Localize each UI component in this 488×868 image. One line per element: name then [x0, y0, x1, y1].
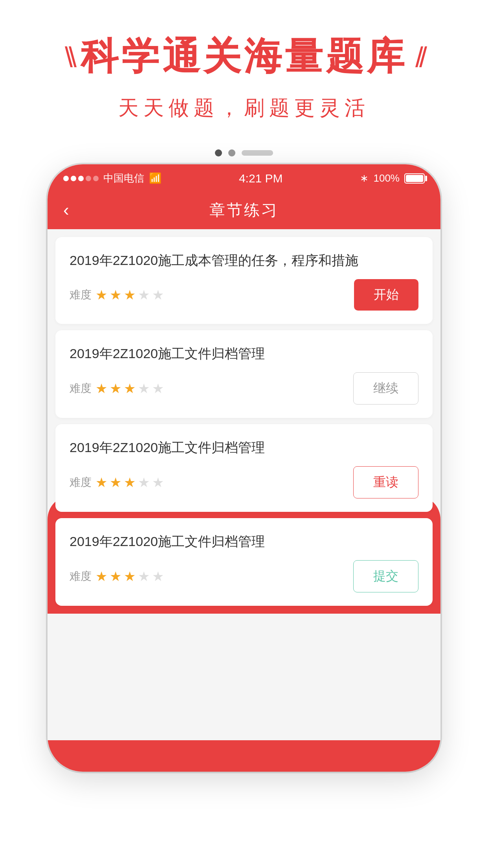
promo-subtitle: 天天做题，刷题更灵活 [24, 94, 464, 122]
slash-right-deco: // [415, 43, 423, 71]
dot-1 [215, 149, 222, 156]
signal-dot-2 [71, 176, 76, 181]
start-button-1[interactable]: 开始 [354, 279, 418, 311]
slash-left-deco: \\ [65, 43, 73, 71]
star-3-3: ★ [124, 474, 136, 490]
content-area: 2019年2Z1020施工成本管理的任务，程序和措施 难度 ★ ★ ★ ★ ★ … [48, 229, 440, 740]
card-2-stars: ★ ★ ★ ★ ★ [95, 381, 164, 396]
submit-button-4[interactable]: 提交 [353, 560, 418, 592]
continue-button-2[interactable]: 继续 [353, 372, 418, 405]
practice-card-1: 2019年2Z1020施工成本管理的任务，程序和措施 难度 ★ ★ ★ ★ ★ … [55, 237, 433, 324]
phone-bottom-red [48, 740, 440, 772]
card-1-stars: ★ ★ ★ ★ ★ [95, 287, 164, 303]
star-1-3: ★ [124, 287, 136, 303]
card-4-difficulty: 难度 ★ ★ ★ ★ ★ [70, 568, 164, 584]
phone-frame: 中国电信 📶 4:21 PM ∗ 100% ‹ 章节练习 [48, 164, 440, 772]
practice-card-3: 2019年2Z1020施工文件归档管理 难度 ★ ★ ★ ★ ★ [55, 424, 433, 512]
battery-fill [406, 175, 423, 182]
battery-percent: 100% [373, 172, 400, 184]
card-4-title: 2019年2Z1020施工文件归档管理 [70, 531, 418, 552]
star-3-4: ★ [138, 474, 150, 490]
signal-dots [63, 176, 99, 181]
dot-line [242, 150, 273, 156]
card-3-footer: 难度 ★ ★ ★ ★ ★ 重读 [70, 466, 418, 498]
difficulty-label-2: 难度 [70, 381, 92, 396]
difficulty-label-3: 难度 [70, 475, 92, 490]
star-2-4: ★ [138, 381, 150, 396]
status-bar: 中国电信 📶 4:21 PM ∗ 100% [48, 164, 440, 191]
battery-box [404, 173, 425, 184]
card-2-difficulty: 难度 ★ ★ ★ ★ ★ [70, 381, 164, 396]
card-1-footer: 难度 ★ ★ ★ ★ ★ 开始 [70, 279, 418, 311]
difficulty-label-4: 难度 [70, 569, 92, 584]
star-1-5: ★ [152, 287, 164, 303]
star-3-5: ★ [152, 474, 164, 490]
star-2-5: ★ [152, 381, 164, 396]
status-left: 中国电信 📶 [63, 171, 161, 185]
star-1-2: ★ [110, 287, 121, 303]
card-3-stars: ★ ★ ★ ★ ★ [95, 474, 164, 490]
star-2-3: ★ [124, 381, 136, 396]
star-3-2: ★ [110, 474, 121, 490]
star-2-1: ★ [95, 381, 107, 396]
battery-container [404, 173, 425, 184]
practice-card-2: 2019年2Z1020施工文件归档管理 难度 ★ ★ ★ ★ ★ 继续 [55, 330, 433, 418]
practice-card-4: 2019年2Z1020施工文件归档管理 难度 ★ ★ ★ ★ ★ [55, 518, 433, 606]
signal-dot-1 [63, 176, 69, 181]
wifi-icon: 📶 [149, 172, 161, 184]
back-button[interactable]: ‹ [63, 200, 69, 220]
reread-button-3[interactable]: 重读 [353, 466, 418, 498]
card-2-title: 2019年2Z1020施工文件归档管理 [70, 344, 418, 364]
card-1-title: 2019年2Z1020施工成本管理的任务，程序和措施 [70, 250, 418, 270]
card-3-title: 2019年2Z1020施工文件归档管理 [70, 438, 418, 458]
card-4-footer: 难度 ★ ★ ★ ★ ★ 提交 [70, 560, 418, 592]
promo-title-row: \\ 科学通关海量题库 // [24, 31, 464, 83]
star-4-1: ★ [95, 568, 107, 584]
star-4-4: ★ [138, 568, 150, 584]
nav-title: 章节练习 [209, 199, 279, 221]
card-4-stars: ★ ★ ★ ★ ★ [95, 568, 164, 584]
promo-area: \\ 科学通关海量题库 // 天天做题，刷题更灵活 [0, 0, 488, 145]
star-1-1: ★ [95, 287, 107, 303]
card-3-difficulty: 难度 ★ ★ ★ ★ ★ [70, 474, 164, 490]
star-1-4: ★ [138, 287, 150, 303]
star-4-5: ★ [152, 568, 164, 584]
bluetooth-icon: ∗ [360, 172, 369, 184]
phone-mockup: 中国电信 📶 4:21 PM ∗ 100% ‹ 章节练习 [48, 149, 440, 772]
card-2-footer: 难度 ★ ★ ★ ★ ★ 继续 [70, 372, 418, 405]
carrier-text: 中国电信 [103, 171, 144, 185]
signal-dot-4 [86, 176, 91, 181]
status-right: ∗ 100% [360, 172, 425, 184]
signal-dot-5 [93, 176, 99, 181]
star-4-2: ★ [110, 568, 121, 584]
star-2-2: ★ [110, 381, 121, 396]
nav-bar: ‹ 章节练习 [48, 191, 440, 229]
star-4-3: ★ [124, 568, 136, 584]
difficulty-label-1: 难度 [70, 287, 92, 302]
star-3-1: ★ [95, 474, 107, 490]
card-1-difficulty: 难度 ★ ★ ★ ★ ★ [70, 287, 164, 303]
status-time: 4:21 PM [239, 172, 283, 185]
promo-title: 科学通关海量题库 [81, 31, 407, 83]
dot-2 [228, 149, 235, 156]
pagination-dots [48, 149, 440, 156]
signal-dot-3 [78, 176, 84, 181]
